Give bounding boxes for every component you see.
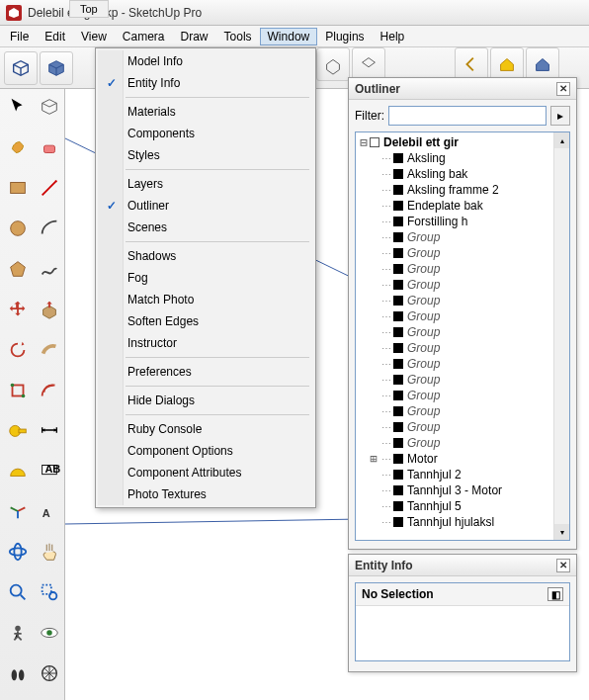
pushpull-icon[interactable] [36,296,63,323]
tree-item[interactable]: ⋯Tannhjul 2 [358,467,567,482]
dimension-icon[interactable] [36,416,63,444]
menu-help[interactable]: Help [373,28,413,45]
tree-item[interactable]: ⋯Aksling framme 2 [358,182,567,198]
offset-icon[interactable] [36,377,63,404]
outliner-close-icon[interactable]: ✕ [556,82,570,96]
scroll-up-icon[interactable]: ▴ [554,132,569,148]
tree-item[interactable]: ⋯Group [358,372,567,388]
section-icon[interactable] [36,659,63,687]
arc-icon[interactable] [36,215,63,242]
freehand-icon[interactable] [36,255,63,283]
zoom-icon[interactable] [4,578,32,606]
menu-item-scenes[interactable]: Scenes [98,217,313,238]
menu-window[interactable]: Window [260,28,318,45]
menu-item-ruby-console[interactable]: Ruby Console [98,418,313,440]
tree-item[interactable]: ⋯Group [358,293,567,308]
look-around-icon[interactable] [36,619,63,647]
tree-item[interactable]: ⋯Group [358,277,567,293]
pan-icon[interactable] [36,538,63,566]
tree-item[interactable]: ⋯Group [358,245,567,261]
tree-item[interactable]: ⋯Endeplate bak [358,198,567,214]
walk-icon[interactable] [4,659,32,687]
tree-item[interactable]: ⋯Group [358,340,567,356]
menu-item-outliner[interactable]: ✓Outliner [98,195,313,217]
component-icon[interactable] [36,93,63,121]
menu-item-photo-textures[interactable]: Photo Textures [98,483,313,505]
polygon-icon[interactable] [4,255,32,283]
menu-item-materials[interactable]: Materials [98,101,313,123]
3dtext-icon[interactable]: A [36,497,63,525]
scrollbar-vertical[interactable]: ▴ ▾ [553,132,569,540]
house-blue-icon[interactable] [526,47,559,81]
menu-item-component-options[interactable]: Component Options [98,440,313,462]
menu-item-model-info[interactable]: Model Info [98,50,313,72]
menu-item-soften-edges[interactable]: Soften Edges [98,310,313,332]
tree-root[interactable]: ⊟Delebil ett gir [358,134,567,150]
menu-tools[interactable]: Tools [216,28,260,45]
scene-tab[interactable]: Top [69,0,109,18]
menu-item-layers[interactable]: Layers [98,173,313,195]
tree-item[interactable]: ⋯Group [358,324,567,340]
paint-icon[interactable] [4,133,32,161]
cube-solid-icon[interactable] [40,51,73,85]
entity-expand-icon[interactable]: ◧ [547,587,563,601]
tree-item[interactable]: ⋯Tannhjul 5 [358,498,567,514]
tape-icon[interactable] [4,416,32,444]
menu-item-match-photo[interactable]: Match Photo [98,289,313,310]
menu-item-fog[interactable]: Fog [98,267,313,289]
followme-icon[interactable] [36,336,63,364]
tree-item[interactable]: ⋯Group [358,356,567,372]
protractor-icon[interactable] [4,457,32,484]
menu-item-styles[interactable]: Styles [98,144,313,166]
circle-icon[interactable] [4,215,32,242]
menu-item-components[interactable]: Components [98,123,313,144]
menu-item-shadows[interactable]: Shadows [98,245,313,267]
tree-item[interactable]: ⋯Forstilling h [358,214,567,229]
tree-item[interactable]: ⋯Group [358,261,567,277]
rotate-icon[interactable] [4,336,32,364]
position-camera-icon[interactable] [4,619,32,647]
filter-input[interactable] [388,106,547,126]
eraser-icon[interactable] [36,133,63,161]
tree-item[interactable]: ⋯Aksling [358,150,567,166]
tree-item[interactable]: ⋯Group [358,419,567,435]
text-icon[interactable]: ABC [36,457,63,484]
menu-draw[interactable]: Draw [173,28,216,45]
filter-menu-icon[interactable]: ▸ [550,106,570,126]
tree-item[interactable]: ⋯Group [358,308,567,324]
menu-item-hide-dialogs[interactable]: Hide Dialogs [98,390,313,411]
menu-item-entity-info[interactable]: ✓Entity Info [98,72,313,94]
menu-camera[interactable]: Camera [115,28,173,45]
tree-item[interactable]: ⋯Group [358,229,567,245]
tree-item[interactable]: ⋯Group [358,388,567,403]
top-view-icon[interactable] [352,47,385,81]
line-icon[interactable] [36,174,63,202]
menu-item-instructor[interactable]: Instructor [98,332,313,354]
tree-item[interactable]: ⋯Tannhjul hjulaksl [358,514,567,530]
move-icon[interactable] [4,296,32,323]
menu-item-component-attributes[interactable]: Component Attributes [98,462,313,483]
house-yellow-icon[interactable] [490,47,524,81]
entity-info-close-icon[interactable]: ✕ [556,559,570,572]
tree-item[interactable]: ⋯Group [358,403,567,419]
zoom-window-icon[interactable] [36,578,63,606]
tree-item[interactable]: ⊞⋯Motor [358,451,567,467]
tree-item[interactable]: ⋯Group [358,435,567,451]
axes-icon[interactable] [4,497,32,525]
back-view-icon[interactable] [455,47,488,81]
scale-icon[interactable] [4,377,32,404]
orbit-icon[interactable] [4,538,32,566]
iso-view-icon[interactable] [316,47,350,81]
menu-file[interactable]: File [2,28,37,45]
tree-item[interactable]: ⋯Aksling bak [358,166,567,182]
outliner-title-bar[interactable]: Outliner ✕ [349,78,576,100]
menu-view[interactable]: View [73,28,115,45]
scroll-down-icon[interactable]: ▾ [554,524,569,540]
menu-item-preferences[interactable]: Preferences [98,361,313,383]
entity-info-title-bar[interactable]: Entity Info ✕ [349,555,576,576]
tree-item[interactable]: ⋯Tannhjul 3 - Motor [358,482,567,498]
rectangle-icon[interactable] [4,174,32,202]
cube-wire-icon[interactable] [4,51,38,85]
menu-plugins[interactable]: Plugins [317,28,372,45]
select-icon[interactable] [4,93,32,121]
